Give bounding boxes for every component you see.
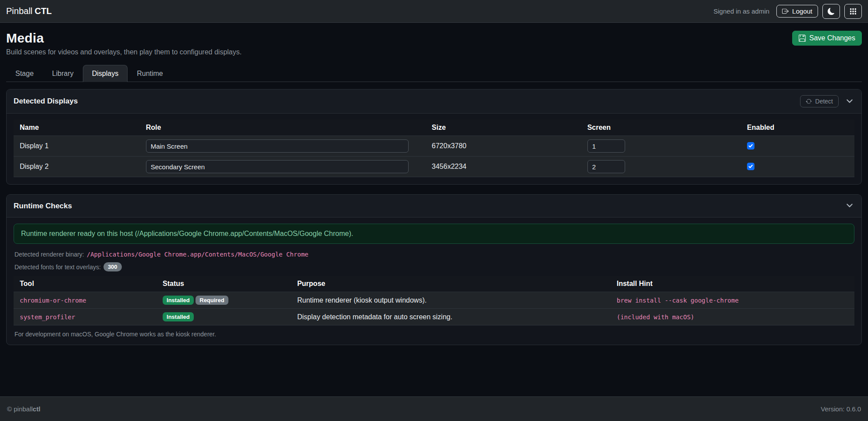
save-changes-label: Save Changes <box>809 35 855 42</box>
macos-note: For development on macOS, Google Chrome … <box>14 331 854 338</box>
install-hint: (included with macOS) <box>617 314 694 321</box>
media-tabs: Stage Library Displays Runtime <box>6 65 862 82</box>
collapse-displays-button[interactable] <box>845 96 854 107</box>
displays-table: Name Role Size Screen Enabled Display 1 … <box>14 120 854 177</box>
tab-displays[interactable]: Displays <box>83 65 128 82</box>
detected-displays-card: Detected Displays Detect <box>6 89 862 185</box>
renderer-binary-line: Detected renderer binary: /Applications/… <box>14 251 854 258</box>
fonts-count-badge: 300 <box>103 262 122 271</box>
page-subtitle: Build scenes for videos and overlays, th… <box>6 48 242 56</box>
col-enabled: Enabled <box>741 120 854 136</box>
renderer-binary-label: Detected renderer binary: <box>14 251 84 258</box>
detected-displays-body: Name Role Size Screen Enabled Display 1 … <box>7 114 861 184</box>
col-name: Name <box>14 120 140 136</box>
check-icon <box>748 164 753 169</box>
install-hint: brew install --cask google-chrome <box>617 297 739 304</box>
renderer-binary-path: /Applications/Google Chrome.app/Contents… <box>87 251 309 258</box>
navbar-actions: Signed in as admin Logout <box>714 4 862 19</box>
col-install-hint: Install Hint <box>611 276 854 292</box>
page-header: Media Build scenes for videos and overla… <box>6 31 862 56</box>
tool-purpose: Display detection metadata for auto scre… <box>291 309 611 325</box>
runtime-checks-title: Runtime Checks <box>14 202 72 210</box>
check-icon <box>748 143 753 148</box>
tool-row-system-profiler: system_profiler Installed Display detect… <box>14 309 854 325</box>
collapse-runtime-button[interactable] <box>845 200 854 211</box>
display-2-size: 3456x2234 <box>426 157 581 177</box>
detected-displays-header: Detected Displays Detect <box>7 89 861 114</box>
display-row-2: Display 2 3456x2234 <box>14 157 854 177</box>
logout-icon <box>782 8 789 14</box>
tools-table-header-row: Tool Status Purpose Install Hint <box>14 276 854 292</box>
tool-name: system_profiler <box>20 314 75 321</box>
installed-badge: Installed <box>163 312 194 321</box>
save-changes-button[interactable]: Save Changes <box>792 31 862 46</box>
display-row-1: Display 1 6720x3780 <box>14 136 854 157</box>
runtime-checks-card: Runtime Checks Runtime renderer ready on… <box>6 194 862 345</box>
brand-logo[interactable]: Pinball CTL <box>6 6 52 16</box>
runtime-checks-header: Runtime Checks <box>7 195 861 218</box>
page-heading-block: Media Build scenes for videos and overla… <box>6 31 242 56</box>
display-1-role-input[interactable] <box>146 139 409 153</box>
brand-regular: Pinball <box>6 6 32 16</box>
col-screen: Screen <box>581 120 741 136</box>
col-size: Size <box>426 120 581 136</box>
col-status: Status <box>157 276 291 292</box>
page-footer: © pinballctl Version: 0.6.0 <box>0 396 868 421</box>
copyright-prefix: © pinball <box>7 405 33 413</box>
tab-stage[interactable]: Stage <box>6 65 43 82</box>
detect-button[interactable]: Detect <box>800 95 839 107</box>
brand-bold: CTL <box>35 6 52 16</box>
display-2-enabled-checkbox[interactable] <box>747 163 754 170</box>
col-tool: Tool <box>14 276 157 292</box>
tool-row-chromium: chromium-or-chrome Installed Required Ru… <box>14 292 854 309</box>
display-2-name: Display 2 <box>14 157 140 177</box>
tools-table: Tool Status Purpose Install Hint chromiu… <box>14 276 854 325</box>
col-role: Role <box>140 120 426 136</box>
display-1-screen-input[interactable] <box>587 139 625 153</box>
display-1-enabled-checkbox[interactable] <box>747 142 754 150</box>
page-title: Media <box>6 31 242 46</box>
detected-displays-actions: Detect <box>800 95 854 107</box>
required-badge: Required <box>196 296 228 305</box>
tool-purpose: Runtime renderer (kiosk output windows). <box>291 292 611 309</box>
display-2-screen-input[interactable] <box>587 160 625 173</box>
top-navbar: Pinball CTL Signed in as admin Logout <box>0 0 868 23</box>
col-purpose: Purpose <box>291 276 611 292</box>
refresh-icon <box>806 98 812 104</box>
copyright: © pinballctl <box>7 405 40 413</box>
installed-badge: Installed <box>163 296 194 305</box>
displays-table-header-row: Name Role Size Screen Enabled <box>14 120 854 136</box>
fonts-line: Detected fonts for text overlays: 300 <box>14 262 854 271</box>
fonts-label: Detected fonts for text overlays: <box>14 264 101 271</box>
copyright-bold: ctl <box>33 405 41 413</box>
display-1-name: Display 1 <box>14 136 140 157</box>
logout-label: Logout <box>792 8 812 14</box>
chevron-down-icon <box>846 201 854 210</box>
tool-name: chromium-or-chrome <box>20 297 86 304</box>
theme-toggle-button[interactable] <box>822 4 840 19</box>
runtime-checks-body: Runtime renderer ready on this host (/Ap… <box>7 218 861 345</box>
chevron-down-icon <box>846 97 854 106</box>
display-2-role-input[interactable] <box>146 160 409 173</box>
app-grid-button[interactable] <box>844 4 862 19</box>
save-icon <box>799 35 806 42</box>
grid-icon <box>850 8 857 15</box>
tab-library[interactable]: Library <box>43 65 83 82</box>
tab-runtime[interactable]: Runtime <box>128 65 172 82</box>
page-content: Media Build scenes for videos and overla… <box>0 23 868 396</box>
renderer-ready-alert: Runtime renderer ready on this host (/Ap… <box>14 224 854 244</box>
detected-displays-title: Detected Displays <box>14 97 78 106</box>
moon-icon <box>828 8 835 15</box>
version-label: Version: 0.6.0 <box>821 405 861 413</box>
display-1-size: 6720x3780 <box>426 136 581 157</box>
signed-in-status: Signed in as admin <box>714 7 770 15</box>
detect-label: Detect <box>815 98 833 104</box>
logout-button[interactable]: Logout <box>776 5 818 18</box>
